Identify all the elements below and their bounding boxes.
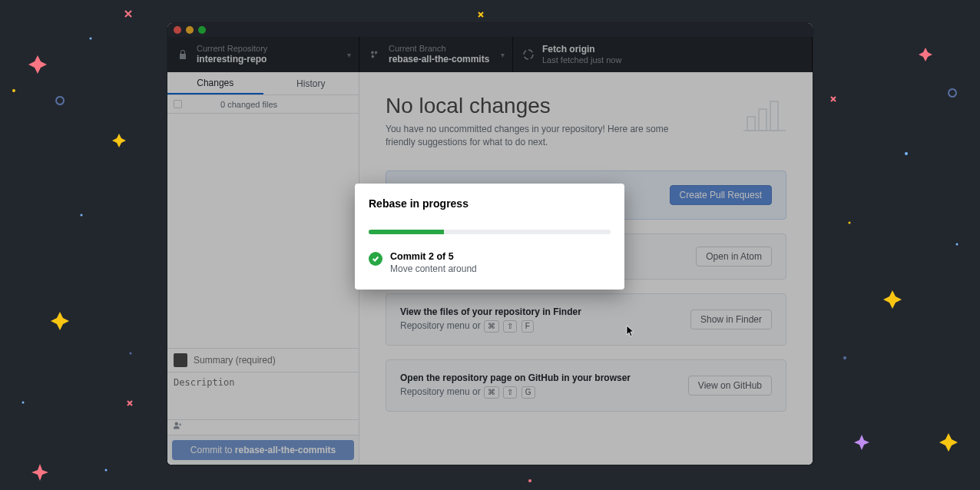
tab-changes[interactable]: Changes	[167, 72, 263, 94]
commit-button[interactable]: Commit to rebase-all-the-commits	[172, 440, 354, 460]
changed-files-row: 0 changed files	[167, 95, 359, 114]
svg-point-14	[905, 152, 908, 155]
create-pr-button[interactable]: Create Pull Request	[670, 185, 772, 205]
chevron-down-icon: ▾	[501, 51, 505, 59]
kbd-shift: ⇧	[503, 386, 517, 399]
page-subtitle: You have no uncommitted changes in your …	[386, 123, 693, 149]
kbd-cmd: ⌘	[484, 320, 499, 333]
svg-point-9	[90, 38, 92, 40]
open-atom-button[interactable]: Open in Atom	[696, 247, 772, 267]
sync-icon	[522, 49, 535, 60]
check-icon	[369, 252, 382, 266]
svg-point-18	[105, 469, 108, 472]
progress-fill	[369, 230, 444, 234]
branch-label: Current Branch	[389, 44, 489, 54]
svg-marker-3	[51, 312, 69, 330]
show-finder-card: View the files of your repository in Fin…	[386, 293, 786, 346]
avatar	[174, 353, 187, 367]
repo-selector[interactable]: Current Repository interesting-repo ▾	[167, 37, 359, 72]
fetch-value: Last fetched just now	[542, 55, 621, 65]
repo-label: Current Repository	[197, 44, 267, 54]
svg-point-16	[843, 356, 846, 359]
svg-marker-1	[112, 134, 126, 147]
svg-marker-5	[31, 464, 48, 481]
summary-input[interactable]	[194, 355, 353, 366]
kbd-key: G	[521, 386, 535, 399]
cursor-icon	[626, 325, 635, 337]
window-close-icon[interactable]	[174, 26, 181, 34]
sidebar: Changes History 0 changed files	[167, 72, 359, 465]
svg-point-11	[22, 402, 25, 404]
illustration-icon	[743, 94, 790, 132]
branch-icon	[369, 49, 381, 60]
svg-point-12	[130, 353, 132, 355]
svg-rect-19	[747, 117, 755, 131]
svg-point-15	[956, 243, 958, 246]
description-input[interactable]	[174, 377, 353, 399]
repo-value: interesting-repo	[197, 54, 267, 65]
card-hint: Repository menu or ⌘ ⇧ G	[400, 386, 631, 399]
view-github-button[interactable]: View on GitHub	[688, 376, 772, 396]
commit-form: Commit to rebase-all-the-commits	[167, 348, 359, 465]
coauthor-button[interactable]	[167, 420, 359, 435]
svg-point-8	[12, 89, 15, 92]
svg-rect-21	[770, 101, 778, 131]
svg-rect-20	[759, 109, 766, 131]
select-all-checkbox[interactable]	[174, 100, 182, 108]
page-title: No local changes	[386, 94, 786, 118]
kbd-key: F	[521, 320, 534, 333]
svg-point-13	[849, 222, 851, 224]
card-title: Open the repository page on GitHub in yo…	[400, 372, 631, 383]
window-titlebar	[167, 23, 813, 37]
modal-title: Rebase in progress	[369, 197, 611, 210]
svg-point-17	[528, 479, 531, 482]
svg-marker-4	[883, 290, 902, 309]
commit-message: Move content around	[390, 263, 477, 274]
view-github-card: Open the repository page on GitHub in yo…	[386, 359, 786, 412]
progress-bar	[369, 230, 611, 234]
kbd-cmd: ⌘	[484, 386, 499, 399]
svg-marker-7	[939, 433, 958, 452]
branch-selector[interactable]: Current Branch rebase-all-the-commits ▾	[359, 37, 513, 72]
tab-history[interactable]: History	[263, 72, 359, 94]
rebase-modal: Rebase in progress Commit 2 of 5 Move co…	[355, 184, 624, 290]
toolbar: Current Repository interesting-repo ▾ Cu…	[167, 37, 813, 72]
branch-value: rebase-all-the-commits	[389, 54, 489, 65]
sidebar-tabs: Changes History	[167, 72, 359, 95]
kbd-shift: ⇧	[503, 320, 517, 333]
changed-files-count: 0 changed files	[220, 100, 277, 109]
svg-point-10	[81, 214, 83, 217]
svg-marker-0	[28, 55, 47, 74]
fetch-button[interactable]: Fetch origin Last fetched just now	[513, 37, 813, 72]
svg-marker-2	[919, 48, 932, 61]
chevron-down-icon: ▾	[347, 51, 351, 59]
card-title: View the files of your repository in Fin…	[400, 306, 581, 317]
show-finder-button[interactable]: Show in Finder	[690, 310, 772, 329]
lock-icon	[177, 49, 189, 60]
window-minimize-icon[interactable]	[186, 26, 194, 34]
commit-progress-label: Commit 2 of 5	[390, 251, 477, 262]
card-hint: Repository menu or ⌘ ⇧ F	[400, 320, 581, 333]
fetch-label: Fetch origin	[542, 44, 621, 55]
window-zoom-icon[interactable]	[198, 26, 206, 34]
svg-marker-6	[854, 435, 869, 450]
